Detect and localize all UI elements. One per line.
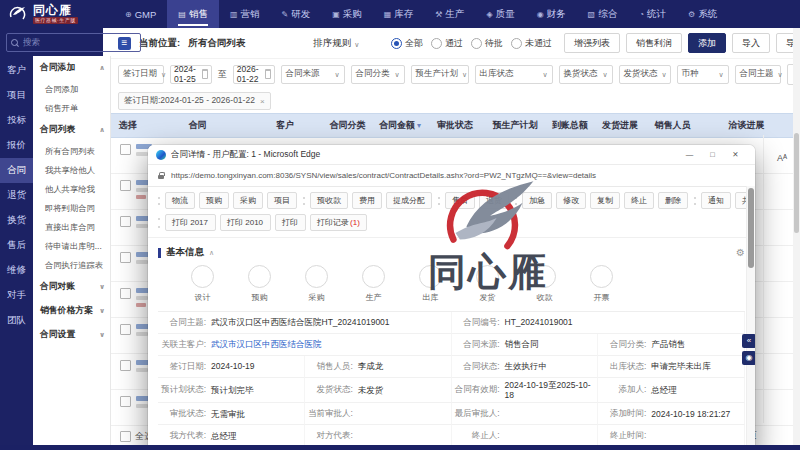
row-checkbox[interactable]	[120, 144, 131, 155]
top-menu-item[interactable]: ▥ 营销	[219, 0, 271, 28]
row-checkbox[interactable]	[120, 360, 131, 371]
top-menu-item[interactable]: ✎ 研发	[270, 0, 321, 28]
sidebar-module-item[interactable]: 投标	[0, 108, 33, 133]
action-button[interactable]: 添加	[688, 33, 726, 53]
action-button[interactable]: 增强列表	[564, 33, 620, 53]
status-radio[interactable]: 未通过	[511, 37, 552, 50]
toolbar-button[interactable]	[436, 193, 441, 208]
page-scrollbar[interactable]	[793, 28, 800, 445]
toolbar-button[interactable]	[156, 193, 161, 208]
sort-rule-dropdown[interactable]: 排序规则	[313, 37, 359, 50]
status-radio[interactable]: 待批	[471, 37, 503, 50]
toolbar-button[interactable]: 采购	[233, 192, 263, 209]
minimize-button[interactable]: —	[678, 150, 701, 159]
toolbar-button[interactable]: 修改	[556, 192, 586, 209]
sidebar-menu-entry[interactable]: 我共享给他人	[33, 161, 110, 180]
table-column-header[interactable]: 合同分类	[320, 119, 375, 132]
sidebar-menu-entry[interactable]: 待申请出库明...	[33, 237, 110, 256]
toolbar-button[interactable]: 售后	[445, 192, 475, 209]
sidebar-menu-entry[interactable]: 直接出库合同	[33, 218, 110, 237]
toolbar-button[interactable]: 终止	[624, 192, 654, 209]
action-button[interactable]: 销售利润	[626, 33, 682, 53]
toolbar-button[interactable]: 费用	[352, 192, 382, 209]
toolbar-button[interactable]: 复制	[590, 192, 620, 209]
sidebar-module-item[interactable]: 报价	[0, 133, 33, 158]
top-menu-item[interactable]: ◔ 统计	[628, 0, 677, 28]
sidebar-menu-entry[interactable]: 合同执行追踪表	[33, 256, 110, 275]
feedback-button[interactable]: ◉	[742, 351, 755, 365]
sidebar-module-item[interactable]: 退货	[0, 183, 33, 208]
date-to-input[interactable]: 2026-01-22	[233, 65, 275, 84]
filter-select[interactable]: 发货状态	[619, 65, 671, 84]
sidebar-menu-entry[interactable]: 销售价格方案 ∨	[33, 299, 110, 323]
toolbar-button[interactable]: 预购	[199, 192, 229, 209]
sidebar-menu-entry[interactable]: 销售开单	[33, 99, 110, 118]
row-checkbox[interactable]	[120, 396, 131, 407]
row-checkbox[interactable]	[120, 252, 131, 263]
sidebar-module-item[interactable]: 项目	[0, 83, 33, 108]
table-column-header[interactable]: 合同金额	[375, 119, 425, 132]
sidebar-menu-entry[interactable]: 所有合同列表	[33, 142, 110, 161]
top-menu-item[interactable]: ⚒ 生产	[424, 0, 475, 28]
print-button[interactable]: 打印	[275, 214, 306, 231]
close-icon[interactable]: ×	[260, 97, 265, 106]
sidebar-menu-entry[interactable]: 合同设置 ∨	[33, 323, 110, 347]
table-column-header[interactable]: 发货进展	[595, 119, 645, 132]
toolbar-button[interactable]: 退货	[479, 192, 509, 209]
filter-select[interactable]: 换货状态	[559, 65, 613, 84]
table-column-header[interactable]: 选择	[110, 119, 145, 132]
search-input[interactable]	[21, 36, 136, 48]
toolbar-button[interactable]	[301, 193, 306, 208]
top-menu-item[interactable]: ⚙ 系统	[677, 0, 728, 28]
sidebar-menu-entry[interactable]: 合同列表 ∧	[33, 118, 110, 142]
date-field-select[interactable]: 签订日期	[118, 65, 164, 84]
sidebar-module-item[interactable]: 维修	[0, 258, 33, 283]
table-column-header[interactable]: 客户	[250, 119, 320, 132]
collapse-panel-button[interactable]: «	[742, 334, 755, 348]
sidebar-module-item[interactable]: 售后	[0, 233, 33, 258]
row-checkbox[interactable]	[120, 180, 131, 191]
row-checkbox[interactable]	[120, 288, 131, 299]
scrollbar-thumb[interactable]	[748, 188, 754, 268]
top-menu-item[interactable]: ▤ 销售	[167, 0, 219, 28]
maximize-button[interactable]: □	[701, 150, 724, 159]
print-button[interactable]	[156, 215, 161, 230]
toolbar-button[interactable]: 项目	[267, 192, 297, 209]
top-menu-item[interactable]: ▣ 采购	[321, 0, 373, 28]
filter-select[interactable]: 预生产计划	[411, 65, 469, 84]
sidebar-module-item[interactable]: 换货	[0, 208, 33, 233]
toolbar-button[interactable]	[692, 193, 697, 208]
sidebar-menu-entry[interactable]: 合同对账 ∨	[33, 275, 110, 299]
toolbar-button[interactable]: 预收款	[310, 192, 348, 209]
table-column-header[interactable]: 到账总额	[545, 119, 595, 132]
sidebar-module-item[interactable]: 团队	[0, 308, 33, 333]
filter-select[interactable]: 合同来源	[281, 65, 345, 84]
sidebar-module-item[interactable]: 合同	[0, 158, 33, 183]
row-checkbox[interactable]	[120, 324, 131, 335]
sidebar-module-item[interactable]: 对手	[0, 283, 33, 308]
action-button[interactable]: 导入	[732, 33, 770, 53]
close-button[interactable]: ✕	[724, 150, 747, 159]
row-checkbox[interactable]	[120, 216, 131, 227]
toolbar-button[interactable]: 删除	[658, 192, 688, 209]
address-bar[interactable]: https://demo.tongxinyan.com:8036/SYSN/vi…	[148, 165, 755, 187]
toolbar-button[interactable]: 物流	[165, 192, 195, 209]
top-menu-item[interactable]: ◈ 质量	[475, 0, 525, 28]
filter-select[interactable]: 合同主题	[735, 65, 781, 84]
print-button[interactable]: 打印 2017	[165, 214, 216, 231]
popup-scrollbar[interactable]	[746, 186, 755, 450]
select-all-checkbox[interactable]	[120, 431, 131, 442]
status-radio[interactable]: 通过	[431, 37, 463, 50]
table-column-header[interactable]: 预生产计划	[485, 119, 545, 132]
sidebar-menu-entry[interactable]: 即将到期合同	[33, 199, 110, 218]
sidebar-menu-entry[interactable]: 合同添加 ∧	[33, 56, 110, 80]
sidebar-module-item[interactable]: 客户	[0, 58, 33, 83]
top-menu-item[interactable]: ▦ 库存	[373, 0, 425, 28]
top-menu-item[interactable]: ⊕ GMP	[114, 0, 167, 28]
table-column-header[interactable]: 洽谈进展	[700, 119, 793, 132]
table-column-header[interactable]: 销售人员	[645, 119, 700, 132]
table-column-header[interactable]: 审批状态	[425, 119, 485, 132]
toolbar-button[interactable]: 通知	[701, 192, 731, 209]
filter-select[interactable]: 合同分类	[351, 65, 405, 84]
toolbar-button[interactable]: 加急	[522, 192, 552, 209]
